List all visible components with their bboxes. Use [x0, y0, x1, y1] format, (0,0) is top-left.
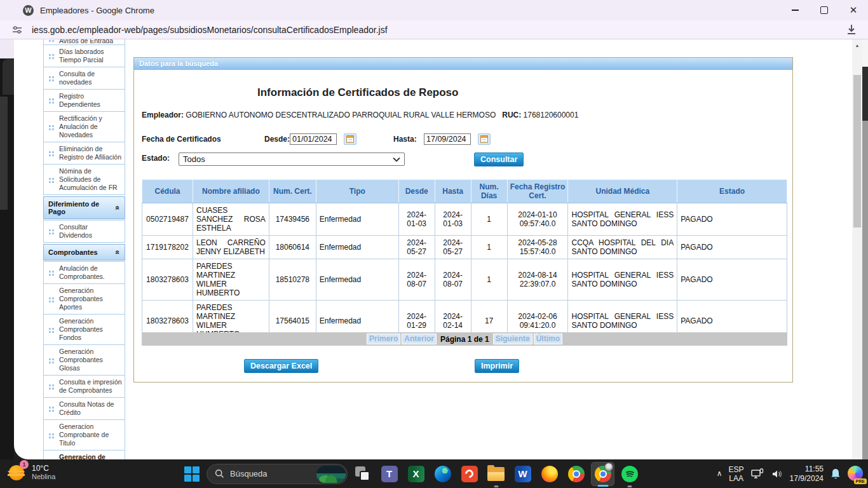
col-header-desde[interactable]: Desde: [398, 180, 435, 203]
collapse-icon: «: [114, 206, 123, 210]
scroll-up-icon[interactable]: [852, 41, 862, 50]
running-indicator: [494, 485, 498, 487]
estado-select[interactable]: Todos: [179, 152, 405, 166]
sidebar-item-rectificacion-anulacion[interactable]: Rectificación y Anulación de Novedades: [43, 111, 125, 142]
col-header-tipo[interactable]: Tipo: [316, 180, 398, 203]
teams-app[interactable]: T: [377, 462, 401, 486]
calendar-icon[interactable]: [478, 133, 491, 145]
cell-fecha-registro: 2024-08-14 22:39:07.0: [507, 259, 568, 301]
search-highlight-image[interactable]: [316, 466, 346, 483]
cell-estado: PAGADO: [677, 259, 787, 301]
cell-num-cert: 18510278: [269, 259, 316, 301]
scrollbar-thumb[interactable]: [853, 75, 861, 227]
grip-icon: [44, 383, 59, 390]
cell-estado: PAGADO: [677, 236, 787, 259]
chrome-app-active[interactable]: [591, 462, 614, 486]
pagination-prev-button[interactable]: Anterior: [402, 334, 437, 344]
weather-widget[interactable]: 1 10°C Neblina: [8, 463, 55, 482]
sidebar-item-generacion-aportes[interactable]: Generación Comprobantes Aportes: [43, 283, 125, 315]
sidebar-item-consulta-impresion[interactable]: Consulta e impresión de Comprobantes: [43, 375, 125, 398]
word-app[interactable]: W: [511, 462, 534, 486]
sidebar-section-diferimiento[interactable]: Diferimiento de Pago«: [43, 196, 125, 219]
col-header-unidad-medica[interactable]: Unidad Médica: [568, 180, 677, 203]
pagination-first-button[interactable]: Primero: [367, 334, 400, 344]
consultar-button[interactable]: Consultar: [474, 152, 524, 166]
cell-unidad-medica: CCQA HOSPITAL DEL DIA SANTO DOMINGO: [568, 236, 677, 259]
chrome-icon: [568, 466, 585, 482]
sidebar-item-eliminacion-registro[interactable]: Eliminación de Registro de Afiliación: [43, 142, 125, 165]
excel-app[interactable]: X: [404, 462, 428, 486]
notification-bell-icon[interactable]: [830, 468, 841, 480]
tray-date: 17/9/2024: [790, 474, 824, 484]
file-explorer-app[interactable]: [484, 462, 508, 486]
network-icon[interactable]: [750, 468, 764, 480]
col-header-hasta[interactable]: Hasta: [435, 180, 471, 203]
maximize-button[interactable]: [810, 0, 839, 20]
empleador-row: Empleador: GOBIERNO AUTONOMO DESCENTRALI…: [142, 111, 578, 119]
word-icon: W: [515, 466, 531, 482]
imprimir-button[interactable]: Imprimir: [475, 359, 519, 373]
col-header-nombre[interactable]: Nombre afiliado: [193, 180, 269, 203]
col-header-fecha-registro[interactable]: Fecha Registro Cert.: [507, 180, 568, 203]
cell-hasta: 2024-01-03: [435, 203, 471, 236]
cell-cedula: 1803278603: [142, 259, 193, 301]
taskbar-search[interactable]: Búsqueda: [207, 464, 348, 484]
spotify-app[interactable]: [618, 462, 641, 486]
col-header-num-cert[interactable]: Num. Cert.: [269, 180, 316, 203]
grip-icon: [44, 357, 59, 363]
grip-icon: [44, 432, 59, 438]
hasta-input[interactable]: [424, 133, 471, 145]
sidebar-item-dias-laborados[interactable]: Días laborados Tiempo Parcial: [43, 44, 125, 67]
page-scrollbar[interactable]: [852, 39, 862, 459]
sidebar-item-generacion-fondos[interactable]: Generación Comprobantes Fondos: [43, 314, 125, 345]
desde-label: Desde:: [264, 135, 290, 144]
col-header-cedula[interactable]: Cédula: [142, 180, 193, 203]
descargar-excel-button[interactable]: Descargar Excel: [244, 359, 318, 373]
search-icon: [215, 469, 224, 478]
certificados-table: Cédula Nombre afiliado Num. Cert. Tipo D…: [142, 179, 787, 342]
task-view-button[interactable]: [351, 462, 374, 486]
cell-desde: 2024-08-07: [398, 259, 435, 301]
sidebar-item-comprobante-titulo[interactable]: Generacion Comprobante de Titulo: [43, 419, 125, 451]
wordpress-favicon-icon: W: [23, 5, 34, 16]
sidebar-item-comprobantes-acuerdo[interactable]: Generacion de Comprobantes de Acuerdo: [43, 450, 125, 459]
sidebar-section-comprobantes[interactable]: Comprobantes«: [43, 244, 125, 261]
browser-toolbar: iess.gob.ec/empleador-web/pages/subsidio…: [0, 20, 868, 39]
sidebar-item-consultar-dividendos[interactable]: Consultar Dividendos: [43, 220, 125, 243]
grip-icon: [44, 405, 59, 412]
desktop-background-left: [0, 39, 14, 459]
start-button[interactable]: [180, 462, 203, 486]
pagination-next-button[interactable]: Siguiente: [493, 334, 532, 344]
close-button[interactable]: ✕: [839, 0, 868, 20]
clock-widget[interactable]: 11:55 17/9/2024: [790, 464, 824, 484]
col-header-estado[interactable]: Estado: [677, 180, 787, 203]
address-bar[interactable]: iess.gob.ec/empleador-web/pages/subsidio…: [32, 25, 388, 35]
copilot-button[interactable]: PRE: [848, 466, 864, 482]
table-header-row: Cédula Nombre afiliado Num. Cert. Tipo D…: [142, 180, 787, 203]
firefox-app[interactable]: [538, 462, 561, 486]
edge-app[interactable]: [431, 462, 454, 486]
calendar-icon[interactable]: [344, 133, 356, 145]
firefox-icon: [541, 466, 558, 482]
sidebar-menu: Avisos de Entrada Días laborados Tiempo …: [43, 39, 125, 459]
pdf-app[interactable]: [458, 462, 481, 486]
sidebar-item-nomina-solicitudes[interactable]: Nómina de Solicitudes de Acumulación de …: [43, 164, 125, 195]
download-icon[interactable]: [845, 24, 858, 36]
language-indicator[interactable]: ESP LAA: [729, 465, 744, 483]
sidebar-item-consulta-novedades[interactable]: Consulta de novedades: [43, 67, 125, 90]
pagination-current-page: Página 1 de 1: [438, 335, 492, 344]
sidebar-item-generacion-glosas[interactable]: Generación Comprobantes Glosas: [43, 344, 125, 376]
minimize-button[interactable]: [780, 0, 810, 20]
speaker-icon[interactable]: [771, 468, 783, 480]
pagination-last-button[interactable]: Último: [534, 334, 562, 344]
hidden-icons-chevron[interactable]: ∧: [717, 469, 722, 478]
desde-input[interactable]: [290, 133, 337, 145]
language-top: ESP: [729, 465, 744, 474]
chrome-app[interactable]: [564, 462, 588, 486]
site-info-icon[interactable]: [11, 25, 23, 35]
col-header-num-dias[interactable]: Num. Días: [471, 180, 507, 203]
ruc-label: RUC:: [502, 111, 521, 119]
sidebar-item-registro-dependientes[interactable]: Registro Dependientes: [43, 89, 125, 112]
sidebar-item-anulacion-comprobantes[interactable]: Anulación de Comprobantes.: [43, 261, 125, 284]
sidebar-item-notas-credito[interactable]: Consulta Notas de Crédito: [43, 397, 125, 420]
